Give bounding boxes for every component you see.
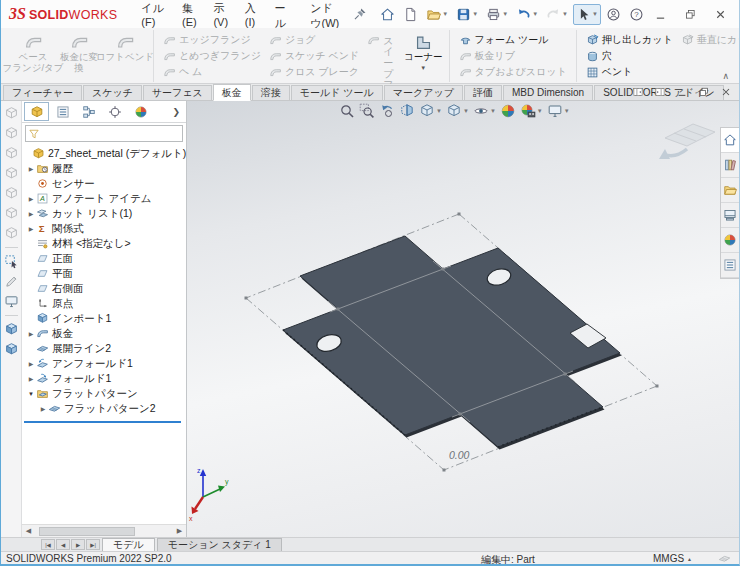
tree-item-origin[interactable]: 原点 xyxy=(22,296,186,311)
scroll-previous-button[interactable]: ◀ xyxy=(56,539,70,550)
viewport-canvas[interactable]: 0.00 z y x xyxy=(187,101,737,537)
normal-cut-button[interactable]: 垂直にカット xyxy=(677,32,740,48)
tree-item-flat-pattern[interactable]: ▼フラットパターン xyxy=(22,386,186,401)
ribbon-collapse-button[interactable]: ∧ xyxy=(722,71,729,81)
tree-filter-input[interactable] xyxy=(42,128,180,139)
edit-appearance-button[interactable] xyxy=(500,103,516,119)
miter-flange-button[interactable]: とめつぎフランジ xyxy=(159,48,265,64)
tab-model[interactable]: モデル xyxy=(102,538,155,551)
display-settings-button[interactable] xyxy=(4,294,19,309)
panel-tabs-overflow-button[interactable]: ❯ xyxy=(168,107,184,117)
tab-evaluate[interactable]: 評価 xyxy=(464,85,502,100)
tree-root-item[interactable]: 27_sheet_metal (デフォルト) <<デフォルト>_表 xyxy=(22,146,186,161)
tree-item-unfold1[interactable]: ▶アンフォールド1 xyxy=(22,356,186,371)
tab-displaymanager[interactable] xyxy=(128,102,153,121)
flatten-watermark-icon[interactable] xyxy=(659,124,715,159)
view-palette-button[interactable] xyxy=(721,203,739,228)
tab-motion-study-1[interactable]: モーション スタディ 1 xyxy=(157,538,282,551)
view-settings-button[interactable]: ▼ xyxy=(547,103,570,119)
tab-dimxpertmanager[interactable] xyxy=(102,102,127,121)
restore-document-button[interactable] xyxy=(694,85,713,99)
unit-system-selector[interactable]: MMGS▲ xyxy=(653,553,692,564)
previous-view-button[interactable] xyxy=(379,103,395,119)
view-toolbar-button-4-button[interactable] xyxy=(4,166,19,181)
view-toolbar-button-5-button[interactable] xyxy=(4,186,19,201)
extruded-cut-button[interactable]: 押し出しカット xyxy=(582,32,677,48)
graphics-viewport[interactable]: ▼▼▼▼▼ xyxy=(187,101,739,537)
print-button[interactable]: ▼ xyxy=(483,4,511,25)
tree-item-fold1[interactable]: ▶フォールド1 xyxy=(22,371,186,386)
rollback-bar[interactable] xyxy=(24,421,181,423)
tree-item-flatten-line2[interactable]: 展開ライン2 xyxy=(22,341,186,356)
expand-arrow-icon[interactable]: ▶ xyxy=(26,330,36,337)
expand-arrow-icon[interactable]: ▶ xyxy=(26,375,36,382)
scroll-right-icon[interactable]: ▶ xyxy=(173,527,186,535)
selection-filter-button[interactable] xyxy=(4,254,19,269)
apply-scene-button[interactable]: ▼ xyxy=(520,103,543,119)
tree-item-right-plane[interactable]: 右側面 xyxy=(22,281,186,296)
expand-arrow-icon[interactable]: ▶ xyxy=(26,165,36,172)
swept-flange-button[interactable]: スイープ フランジ xyxy=(363,32,403,62)
tree-item-cut-list[interactable]: ▶カット リスト(1) xyxy=(22,206,186,221)
view-toolbar-button-3-button[interactable] xyxy=(4,146,19,161)
tree-item-material[interactable]: 材料 <指定なし> xyxy=(22,236,186,251)
minimize-document-button[interactable] xyxy=(672,85,691,99)
vent-button[interactable]: ベント xyxy=(582,64,677,80)
tab-sketch[interactable]: スケッチ xyxy=(83,85,142,100)
tree-item-front-plane[interactable]: 正面 xyxy=(22,251,186,266)
expand-arrow-icon[interactable]: ▶ xyxy=(26,225,36,232)
reference-cube-2-button[interactable] xyxy=(4,342,19,357)
expand-arrow-icon[interactable]: ▶ xyxy=(38,405,48,412)
expand-arrow-icon[interactable]: ▶ xyxy=(26,195,36,202)
tree-item-history[interactable]: ▶履歴 xyxy=(22,161,186,176)
minimize-app-button[interactable] xyxy=(647,4,673,24)
select-button[interactable]: ▼ xyxy=(573,4,601,25)
expand-arrow-icon[interactable]: ▶ xyxy=(26,210,36,217)
expand-arrow-icon[interactable]: ▶ xyxy=(26,360,36,367)
help-button[interactable]: ? xyxy=(626,4,647,25)
solidworks-resources-button[interactable] xyxy=(721,128,739,153)
base-flange-tab-button[interactable]: ベースフランジ/タブ xyxy=(10,30,56,74)
tree-item-flat-pattern2[interactable]: ▶フラットパターン2 xyxy=(22,401,186,416)
form-tool-button[interactable]: フォーム ツール xyxy=(455,32,571,48)
view-orientation-button[interactable]: ▼ xyxy=(419,103,442,119)
tile-right-button[interactable] xyxy=(650,85,669,99)
section-view-button[interactable] xyxy=(399,103,415,119)
home-button[interactable] xyxy=(377,4,398,25)
custom-properties-button[interactable] xyxy=(721,253,739,278)
tab-sheet-metal[interactable]: 板金 xyxy=(213,84,251,101)
file-explorer-button[interactable] xyxy=(721,178,739,203)
hem-button[interactable]: ヘ ム xyxy=(159,64,265,80)
hole-button[interactable]: 穴 xyxy=(582,48,677,64)
edit-sketch-button[interactable] xyxy=(4,274,19,289)
close-app-button[interactable] xyxy=(707,4,733,24)
undo-button[interactable]: ▼ xyxy=(513,4,541,25)
tab-featuremanager-design-tree[interactable] xyxy=(24,102,49,121)
lofted-bend-button[interactable]: ロフトベンド xyxy=(102,30,148,64)
edge-flange-button[interactable]: エッジフランジ xyxy=(159,32,265,48)
jog-button[interactable]: ジョグ xyxy=(265,32,363,48)
scroll-next-button[interactable]: ▶ xyxy=(71,539,85,550)
tab-propertymanager[interactable] xyxy=(50,102,75,121)
tab-mold-tools[interactable]: モールド ツール xyxy=(291,85,383,100)
scroll-first-button[interactable]: |◀ xyxy=(41,539,55,550)
design-library-button[interactable] xyxy=(721,153,739,178)
collapse-arrow-icon[interactable]: ▼ xyxy=(26,391,36,397)
view-toolbar-button-1-button[interactable] xyxy=(4,106,19,121)
scroll-left-icon[interactable]: ◀ xyxy=(22,527,35,535)
save-button[interactable]: ▼ xyxy=(453,4,481,25)
tree-item-sensors[interactable]: センサー xyxy=(22,176,186,191)
tab-configurationmanager[interactable] xyxy=(76,102,101,121)
tree-item-annotations[interactable]: ▶Aアノテート アイテム xyxy=(22,191,186,206)
reference-cube-1-button[interactable] xyxy=(4,322,19,337)
tile-left-button[interactable] xyxy=(628,85,647,99)
redo-button[interactable]: ▼ xyxy=(543,4,571,25)
zoom-to-fit-button[interactable] xyxy=(339,103,355,119)
close-document-button[interactable] xyxy=(716,85,735,99)
zoom-to-area-button[interactable] xyxy=(359,103,375,119)
tab-features[interactable]: フィーチャー xyxy=(3,85,82,100)
sketched-bend-button[interactable]: スケッチ ベンド xyxy=(265,48,363,64)
scrollbar-thumb[interactable] xyxy=(39,527,135,536)
tab-weldments[interactable]: 溶接 xyxy=(252,85,290,100)
view-toolbar-button-7-button[interactable] xyxy=(4,226,19,241)
